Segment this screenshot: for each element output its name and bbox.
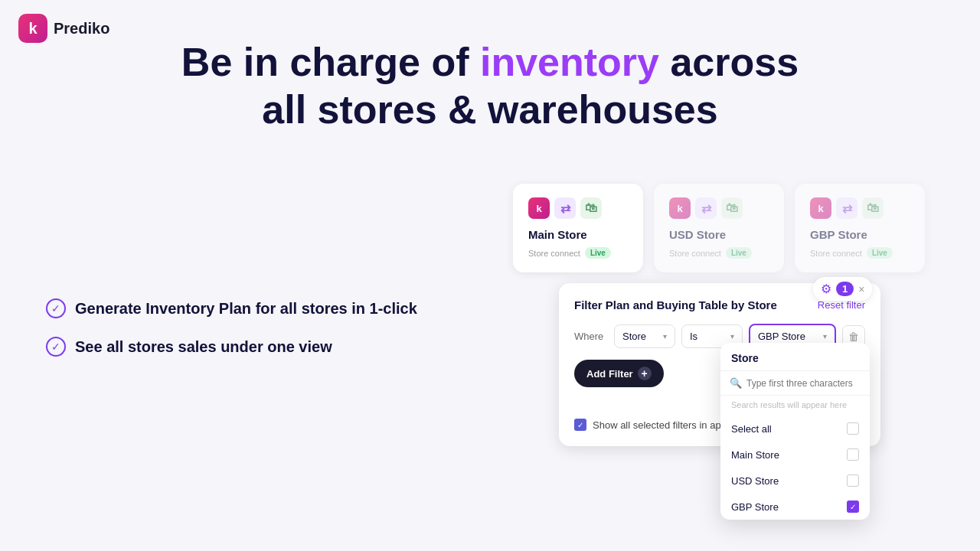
search-hint: Search results will appear here [720,396,870,416]
gbp-store-live-badge: Live [867,247,893,259]
hero-title: Be in charge of inventory across all sto… [0,38,980,134]
search-box[interactable]: 🔍 [720,371,870,396]
hero-line2: all stores & warehouses [262,87,717,132]
add-filter-label: Add Filter [586,368,633,380]
trash-icon: 🗑 [848,331,859,343]
usd-store-live-badge: Live [726,247,752,259]
filter-close-icon[interactable]: × [858,283,864,295]
main-store-live-badge: Live [585,247,611,259]
usd-store-icons: k ⇄ 🛍 [669,197,769,219]
filter-field-select[interactable]: Store ▾ [614,324,675,348]
dropdown-item-usd-store[interactable]: USD Store [720,468,870,494]
select-all-checkbox[interactable] [847,422,859,435]
usd-store-connect-label: Store connect [669,249,721,258]
gbp-store-name: GBP Store [810,228,910,241]
store-card-usd: k ⇄ 🛍 USD Store Store connect Live [654,184,784,272]
gbp-store-connect-label: Store connect [810,249,862,258]
shopify-icon: 🛍 [580,197,602,219]
usd-store-status: Store connect Live [669,247,769,259]
check-icon-2: ✓ [46,337,66,357]
operator-chevron-icon: ▾ [730,332,734,341]
feature-text-1: Generate Inventory Plan for all stores i… [75,300,417,318]
feature-item-1: ✓ Generate Inventory Plan for all stores… [46,298,417,318]
feature-item-2: ✓ See all stores sales under one view [46,337,417,357]
check-icon-1: ✓ [46,298,66,318]
store-cards-row1: k ⇄ 🛍 Main Store Store connect Live k ⇄ … [513,184,925,272]
filter-count: 1 [836,282,854,296]
usd-store-name: USD Store [669,228,769,241]
add-filter-plus-icon: + [638,367,652,380]
hero-highlight: inventory [480,40,659,84]
field-chevron-icon: ▾ [663,332,667,341]
prediko-icon-usd: k [669,197,691,219]
main-store-name: Main Store [528,228,628,241]
gbp-store-icons: k ⇄ 🛍 [810,197,910,219]
filter-operator-value: Is [690,331,697,342]
store-card-icons: k ⇄ 🛍 [528,197,628,219]
store-card-main: k ⇄ 🛍 Main Store Store connect Live [513,184,643,272]
filter-panel-title: Filter Plan and Buying Table by Store [574,298,777,311]
gbp-store-label: GBP Store [731,501,779,513]
hero-section: Be in charge of inventory across all sto… [0,38,980,134]
store-search-input[interactable] [746,378,861,389]
search-icon: 🔍 [730,377,742,389]
gbp-store-checkbox[interactable]: ✓ [847,500,859,513]
features-list: ✓ Generate Inventory Plan for all stores… [46,298,417,375]
shopify-icon-gbp: 🛍 [862,197,884,219]
usd-store-label: USD Store [731,475,779,487]
filter-where-label: Where [574,331,608,342]
sync-icon: ⇄ [554,197,576,219]
dropdown-title: Store [720,343,870,371]
value-chevron-icon: ▾ [823,332,827,341]
select-all-label: Select all [731,423,772,435]
store-dropdown: Store 🔍 Search results will appear here … [720,343,870,520]
main-store-checkbox[interactable] [847,448,859,461]
shopify-icon-usd: 🛍 [721,197,743,219]
dropdown-item-select-all[interactable]: Select all [720,416,870,442]
hero-line1-pre: Be in charge of [181,40,480,84]
sync-icon-gbp: ⇄ [836,197,858,219]
filter-field-value: Store [622,331,646,342]
logo-text: Prediko [54,20,109,37]
store-card-gbp: k ⇄ 🛍 GBP Store Store connect Live [795,184,925,272]
filter-badge[interactable]: ⚙ 1 × [813,277,872,301]
main-store-connect-label: Store connect [528,249,580,258]
show-filters-checkbox[interactable]: ✓ [574,419,586,431]
feature-text-2: See all stores sales under one view [75,338,332,356]
hero-line1-post: across [659,40,799,84]
add-filter-button[interactable]: Add Filter + [574,360,664,387]
main-store-status: Store connect Live [528,247,628,259]
usd-store-checkbox[interactable] [847,474,859,487]
main-store-label: Main Store [731,449,779,461]
filter-icon: ⚙ [821,282,831,296]
dropdown-item-gbp-store[interactable]: GBP Store ✓ [720,494,870,520]
gbp-store-status: Store connect Live [810,247,910,259]
show-filters-label: Show all selected filters in app. [593,419,729,431]
filter-value-text: GBP Store [758,331,805,342]
prediko-icon-gbp: k [810,197,831,219]
dropdown-item-main-store[interactable]: Main Store [720,442,870,468]
reset-filter-link[interactable]: Reset filter [818,299,865,311]
sync-icon-usd: ⇄ [695,197,717,219]
prediko-icon: k [528,197,550,219]
